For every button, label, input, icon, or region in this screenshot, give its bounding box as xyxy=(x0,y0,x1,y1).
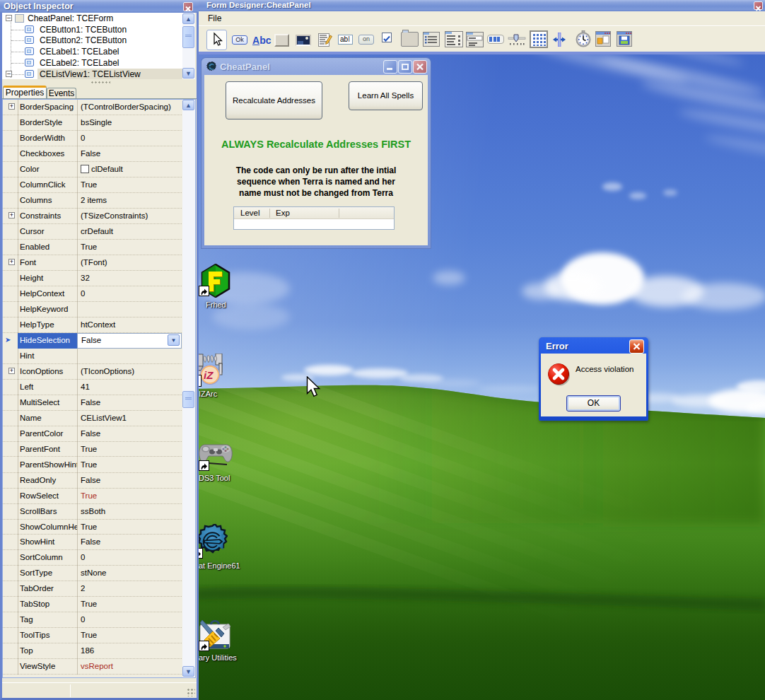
svg-text:iZ: iZ xyxy=(204,369,214,381)
